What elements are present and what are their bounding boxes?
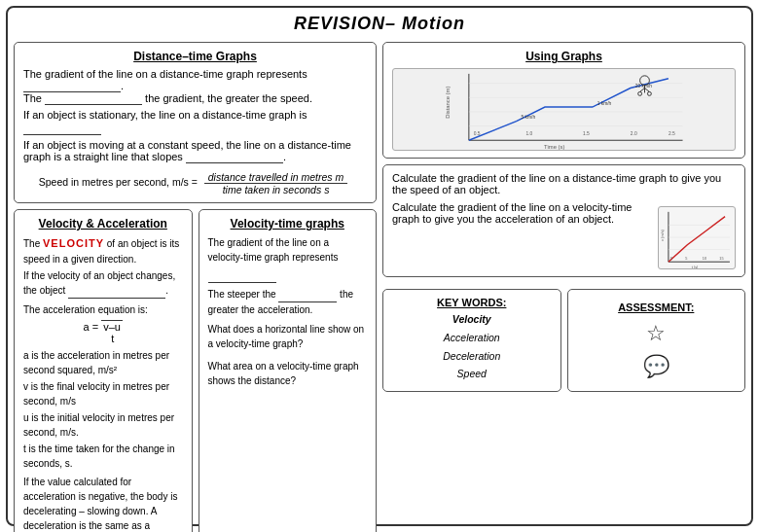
svg-text:0.5: 0.5 xyxy=(474,131,481,136)
svg-text:1.0: 1.0 xyxy=(525,131,532,136)
left-column: Distance–time Graphs The gradient of the… xyxy=(14,42,377,515)
va-text1: The VELOCITY of an object is its speed i… xyxy=(23,235,183,266)
using-graphs-info1: Calculate the gradient of the line on a … xyxy=(392,172,736,195)
dt-line4: If an object is moving at a constant spe… xyxy=(23,139,367,163)
vt-blank1 xyxy=(208,267,276,283)
kw-acceleration: Acceleration xyxy=(392,330,552,346)
svg-text:2.5: 2.5 xyxy=(669,131,675,136)
page-container: REVISION– Motion Distance–time Graphs Th… xyxy=(6,6,753,526)
right-column: Using Graphs Distance (m) Time (s) xyxy=(382,42,745,515)
equation-display: a = v–u xyxy=(84,320,123,333)
va-eq-label: The acceleration equation is: xyxy=(23,302,183,317)
velocity-graph-row: Calculate the gradient of the line on a … xyxy=(392,201,736,269)
dt-line1: The gradient of the line on a distance-t… xyxy=(23,68,367,92)
svg-text:1.5: 1.5 xyxy=(583,131,590,136)
main-layout: Distance–time Graphs The gradient of the… xyxy=(14,42,745,515)
svg-text:Time (s): Time (s) xyxy=(544,144,564,150)
dt-blank3 xyxy=(23,123,101,135)
svg-line-10 xyxy=(640,89,645,92)
dt-blank1 xyxy=(23,80,121,92)
star-icon: ☆ xyxy=(646,321,666,346)
dt-line3: If an object is stationary, the line on … xyxy=(23,109,367,121)
svg-line-11 xyxy=(645,89,650,92)
key-assess-row: KEY WORDS: Velocity Acceleration Deceler… xyxy=(382,289,745,392)
vt-text4: What area on a velocity-time graph shows… xyxy=(208,359,368,388)
key-words-box: KEY WORDS: Velocity Acceleration Deceler… xyxy=(382,289,561,392)
using-graphs-info2: Calculate the gradient of the line on a … xyxy=(392,201,652,269)
vt-blank2 xyxy=(278,287,337,302)
svg-text:5: 5 xyxy=(685,256,687,261)
distance-time-graph-image: Distance (m) Time (s) xyxy=(392,68,736,151)
speed-fraction: distance travelled in metres m time take… xyxy=(204,171,347,195)
velocity-time-graph-image: v (m/s) t (s) 0 5 10 15 xyxy=(658,206,736,269)
vt-title: Velocity-time graphs xyxy=(208,217,368,231)
distance-time-title: Distance–time Graphs xyxy=(23,50,367,63)
va-u-desc: u is the initial velocity in metres per … xyxy=(23,410,183,440)
va-negative-note: If the value calculated for acceleration… xyxy=(23,475,183,533)
velocity-acceleration-section: Velocity & Acceleration The VELOCITY of … xyxy=(14,209,193,532)
bottom-left-row: Velocity & Acceleration The VELOCITY of … xyxy=(14,209,377,532)
va-blank1 xyxy=(68,283,165,299)
using-graphs-section: Using Graphs Distance (m) Time (s) xyxy=(382,42,745,159)
svg-point-12 xyxy=(638,91,642,95)
va-t-desc: t is the time taken for the change in se… xyxy=(23,442,183,471)
dt-blank4 xyxy=(186,151,283,163)
kw-velocity: Velocity xyxy=(392,311,552,328)
velocity-highlight: VELOCITY xyxy=(43,237,104,249)
distance-time-section: Distance–time Graphs The gradient of the… xyxy=(14,42,377,203)
equation-box: a = v–u t xyxy=(23,321,183,344)
vt-graph-svg: v (m/s) t (s) 0 5 10 15 xyxy=(659,207,735,268)
svg-text:15: 15 xyxy=(719,256,723,261)
velocity-time-graphs-section: Velocity-time graphs The gradient of the… xyxy=(199,209,378,532)
svg-text:v (m/s): v (m/s) xyxy=(660,229,665,241)
va-a-desc: a is the acceleration in metres per seco… xyxy=(23,348,183,377)
vt-text1: The gradient of the line on a velocity-t… xyxy=(208,235,368,265)
svg-text:Distance (m): Distance (m) xyxy=(445,87,451,119)
speed-formula: Speed in metres per second, m/s = distan… xyxy=(23,171,367,195)
svg-text:2.0: 2.0 xyxy=(631,131,637,136)
va-v-desc: v is the final velocity in metres per se… xyxy=(23,379,183,408)
svg-text:5 km/h: 5 km/h xyxy=(522,115,536,120)
va-text3: If the velocity of an object changes, th… xyxy=(23,268,183,299)
page-title: REVISION– Motion xyxy=(14,14,745,34)
using-graphs-title: Using Graphs xyxy=(392,50,736,63)
kw-deceleration: Deceleration xyxy=(392,348,552,365)
svg-text:1 km/h: 1 km/h xyxy=(597,101,612,106)
kw-speed: Speed xyxy=(392,366,552,382)
vt-text2: The steeper the the greater the accelera… xyxy=(208,287,368,317)
dt-blank2 xyxy=(45,92,142,105)
svg-point-13 xyxy=(647,91,651,95)
svg-text:0: 0 xyxy=(670,256,672,261)
assessment-title: ASSESSMENT: xyxy=(618,301,694,313)
dt-line2: The the gradient, the greater the speed. xyxy=(23,92,367,105)
svg-text:10: 10 xyxy=(703,256,706,261)
vel-accel-title: Velocity & Acceleration xyxy=(23,217,183,231)
using-graphs-info-section: Calculate the gradient of the line on a … xyxy=(382,164,745,277)
dt-graph-svg: Distance (m) Time (s) xyxy=(393,69,735,150)
assessment-box: ASSESSMENT: ☆ 💬 xyxy=(567,289,746,392)
vt-text3: What does a horizontal line show on a ve… xyxy=(208,322,368,351)
svg-text:20 km/h: 20 km/h xyxy=(635,84,653,89)
svg-text:t (s): t (s) xyxy=(692,265,699,268)
key-words-title: KEY WORDS: xyxy=(392,297,552,308)
speech-bubble-icon: 💬 xyxy=(643,354,669,379)
equation-denom: t xyxy=(111,333,114,344)
